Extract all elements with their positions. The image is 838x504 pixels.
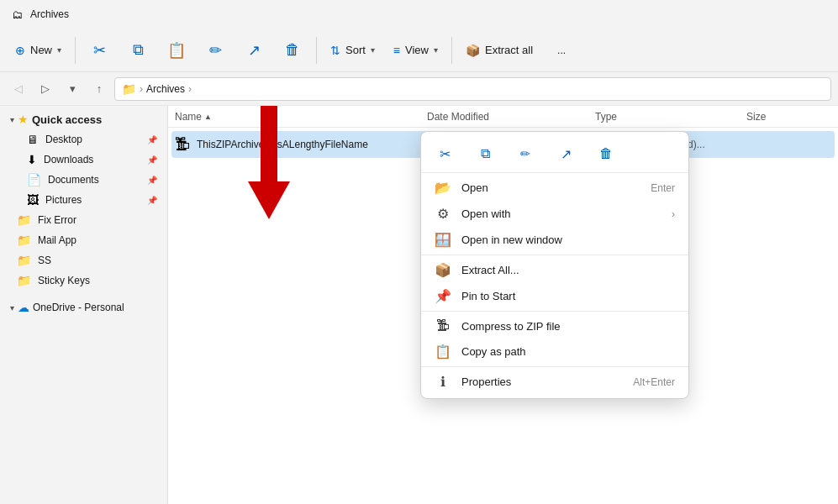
path-folder: Archives bbox=[146, 83, 185, 95]
forward-button[interactable]: ▷ bbox=[34, 77, 57, 101]
sort-chevron: ▾ bbox=[371, 45, 375, 55]
view-button[interactable]: ≡ View ▾ bbox=[385, 32, 446, 69]
sidebar-item-mail-app[interactable]: 📁 Mail App bbox=[3, 230, 164, 250]
copy-icon: ⧉ bbox=[133, 41, 144, 59]
sidebar-ss-label: SS bbox=[38, 255, 51, 266]
sidebar-pictures-label: Pictures bbox=[45, 194, 140, 206]
back-button[interactable]: ◁ bbox=[7, 77, 30, 101]
sidebar-item-sticky-keys[interactable]: 📁 Sticky Keys bbox=[3, 270, 164, 291]
ctx-properties-item[interactable]: ℹ Properties Alt+Enter bbox=[421, 369, 688, 395]
ctx-copy-path-item[interactable]: 📋 Copy as path bbox=[421, 339, 688, 365]
zip-file-icon: 🗜 bbox=[175, 136, 190, 154]
more-button[interactable]: ... bbox=[543, 32, 580, 69]
ctx-open-new-window-item[interactable]: 🪟 Open in new window bbox=[421, 227, 688, 253]
view-icon: ≡ bbox=[393, 44, 400, 57]
content-area: Name ▲ Date Modified Type Size 🗜 ThisZIP… bbox=[168, 106, 838, 504]
sidebar-item-documents[interactable]: 📄 Documents 📌 bbox=[3, 170, 164, 190]
col-header-name[interactable]: Name ▲ bbox=[175, 111, 427, 123]
ctx-cut-icon: ✂ bbox=[440, 146, 451, 162]
sidebar-item-pictures[interactable]: 🖼 Pictures 📌 bbox=[3, 190, 164, 210]
toolbar-sep-1 bbox=[75, 37, 76, 64]
context-menu: ✂ ⧉ ✏ ↗ 🗑 📂 Open Enter bbox=[420, 131, 689, 399]
copy-button[interactable]: ⧉ bbox=[119, 32, 156, 69]
ctx-share-button[interactable]: ↗ bbox=[552, 140, 579, 167]
ctx-cut-button[interactable]: ✂ bbox=[431, 140, 458, 167]
ctx-rename-button[interactable]: ✏ bbox=[512, 140, 539, 167]
sort-icon: ⇅ bbox=[330, 44, 340, 57]
ctx-delete-icon: 🗑 bbox=[599, 146, 613, 161]
mail-app-icon: 📁 bbox=[17, 234, 31, 247]
ctx-share-icon: ↗ bbox=[561, 146, 572, 162]
ctx-properties-shortcut: Alt+Enter bbox=[633, 376, 675, 388]
col-size-label: Size bbox=[746, 111, 766, 123]
sidebar-documents-label: Documents bbox=[48, 174, 140, 186]
share-button[interactable]: ↗ bbox=[235, 32, 272, 69]
view-chevron: ▾ bbox=[434, 45, 438, 55]
ctx-copy-icon: ⧉ bbox=[481, 146, 490, 161]
up-button[interactable]: ↑ bbox=[87, 77, 111, 101]
col-header-size[interactable]: Size bbox=[746, 111, 831, 123]
col-header-type[interactable]: Type bbox=[595, 111, 746, 123]
toolbar-sep-3 bbox=[451, 37, 452, 64]
sidebar-sticky-keys-label: Sticky Keys bbox=[38, 275, 90, 286]
paste-icon: 📋 bbox=[167, 41, 186, 60]
pictures-icon: 🖼 bbox=[27, 193, 39, 207]
more-label: ... bbox=[557, 45, 566, 56]
new-icon: ⊕ bbox=[15, 44, 25, 57]
sidebar-item-ss[interactable]: 📁 SS bbox=[3, 250, 164, 270]
ctx-copy-button[interactable]: ⧉ bbox=[472, 140, 498, 167]
file-name-label: ThisZIPArchiveHasALengthyFileName bbox=[197, 139, 432, 150]
ctx-separator-3 bbox=[421, 366, 688, 367]
ctx-extract-icon: 📦 bbox=[435, 262, 451, 278]
context-menu-toolbar: ✂ ⧉ ✏ ↗ 🗑 bbox=[421, 135, 688, 173]
view-label: View bbox=[405, 44, 429, 56]
ctx-compress-label: Compress to ZIP file bbox=[461, 320, 675, 333]
ctx-compress-zip-item[interactable]: 🗜 Compress to ZIP file bbox=[421, 313, 688, 339]
ctx-extract-label: Extract All... bbox=[461, 264, 675, 276]
ctx-open-with-icon: ⚙ bbox=[435, 206, 451, 222]
ctx-extract-all-item[interactable]: 📦 Extract All... bbox=[421, 257, 688, 283]
sort-asc-icon: ▲ bbox=[204, 113, 212, 121]
col-name-label: Name bbox=[175, 111, 202, 123]
recent-button[interactable]: ▾ bbox=[61, 77, 84, 101]
ctx-open-label: Open bbox=[461, 181, 640, 194]
address-path[interactable]: 📁 › Archives › bbox=[114, 77, 831, 101]
toolbar-sep-2 bbox=[316, 37, 317, 64]
fix-error-icon: 📁 bbox=[17, 213, 31, 227]
sidebar-desktop-label: Desktop bbox=[45, 134, 140, 145]
rename-button[interactable]: ✏ bbox=[197, 32, 234, 69]
sidebar-item-downloads[interactable]: ⬇ Downloads 📌 bbox=[3, 150, 164, 170]
col-header-date[interactable]: Date Modified bbox=[427, 111, 595, 123]
cut-button[interactable]: ✂ bbox=[81, 32, 118, 69]
ctx-open-with-label: Open with bbox=[461, 207, 661, 220]
sidebar-item-desktop[interactable]: 🖥 Desktop 📌 bbox=[3, 129, 164, 150]
new-chevron: ▾ bbox=[57, 45, 61, 55]
onedrive-chevron: ▾ bbox=[10, 303, 14, 312]
sidebar-mail-app-label: Mail App bbox=[38, 234, 76, 246]
desktop-pin-icon: 📌 bbox=[147, 135, 157, 144]
onedrive-icon: ☁ bbox=[18, 301, 29, 314]
ss-icon: 📁 bbox=[17, 254, 31, 267]
onedrive-header[interactable]: ▾ ☁ OneDrive - Personal bbox=[3, 297, 164, 318]
ctx-delete-button[interactable]: 🗑 bbox=[593, 140, 619, 167]
window-title: Archives bbox=[30, 8, 69, 20]
ctx-open-item[interactable]: 📂 Open Enter bbox=[421, 175, 688, 201]
quick-access-header[interactable]: ▾ ★ Quick access bbox=[3, 109, 164, 129]
ctx-properties-icon: ℹ bbox=[435, 374, 451, 390]
ctx-open-new-window-icon: 🪟 bbox=[435, 232, 451, 248]
ctx-pin-start-icon: 📌 bbox=[435, 288, 451, 304]
ctx-open-shortcut: Enter bbox=[651, 182, 675, 194]
cut-icon: ✂ bbox=[93, 41, 106, 60]
extract-all-button[interactable]: 📦 Extract all bbox=[457, 32, 541, 69]
delete-button[interactable]: 🗑 bbox=[274, 32, 311, 69]
paste-button[interactable]: 📋 bbox=[158, 32, 195, 69]
desktop-icon: 🖥 bbox=[27, 133, 39, 146]
sidebar-item-fix-error[interactable]: 📁 Fix Error bbox=[3, 210, 164, 230]
sort-button[interactable]: ⇅ Sort ▾ bbox=[322, 32, 383, 69]
ctx-open-with-item[interactable]: ⚙ Open with › bbox=[421, 201, 688, 227]
documents-pin-icon: 📌 bbox=[147, 176, 157, 185]
ctx-pin-start-item[interactable]: 📌 Pin to Start bbox=[421, 283, 688, 309]
address-bar: ◁ ▷ ▾ ↑ 📁 › Archives › bbox=[0, 72, 838, 106]
new-button[interactable]: ⊕ New ▾ bbox=[7, 32, 70, 69]
col-type-label: Type bbox=[595, 111, 617, 123]
